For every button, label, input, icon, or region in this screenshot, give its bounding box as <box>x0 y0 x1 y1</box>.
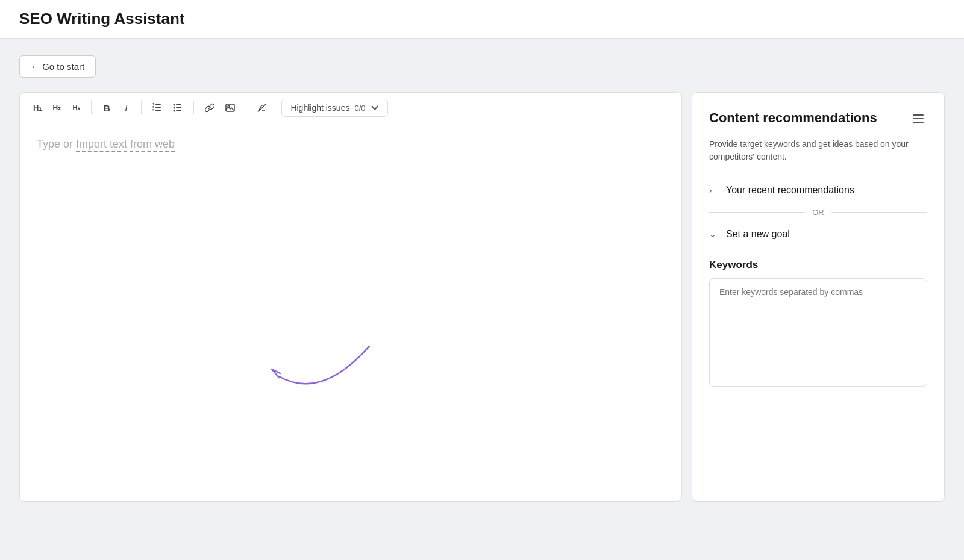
editor-content-area[interactable]: Type or Import text from web <box>20 123 681 485</box>
h3-button[interactable]: H₃ <box>67 99 85 117</box>
page-header: SEO Writing Assistant <box>0 0 964 39</box>
clear-formatting-button[interactable] <box>252 99 272 117</box>
recent-recommendations-row[interactable]: › Your recent recommendations <box>709 178 927 203</box>
link-icon <box>205 103 214 113</box>
list-buttons-group: 1 2 3 <box>148 99 187 117</box>
import-text-link[interactable]: Import text from web <box>76 138 175 152</box>
svg-rect-0 <box>155 104 161 105</box>
unordered-list-button[interactable] <box>168 99 187 117</box>
toolbar: H₁ H₂ H₃ B I 1 <box>20 93 681 123</box>
text-format-group: B I <box>98 99 135 117</box>
chevron-right-icon: › <box>709 185 720 195</box>
image-icon <box>225 103 235 113</box>
panel-menu-button[interactable] <box>909 110 927 131</box>
link-button[interactable] <box>200 99 219 117</box>
keywords-label: Keywords <box>709 259 927 271</box>
svg-text:3: 3 <box>152 108 154 112</box>
clear-formatting-icon <box>257 103 267 113</box>
heading-buttons-group: H₁ H₂ H₃ <box>28 99 85 117</box>
insert-buttons-group <box>200 99 240 117</box>
editor-panel: H₁ H₂ H₃ B I 1 <box>19 92 682 502</box>
ordered-list-icon: 1 2 3 <box>152 103 162 113</box>
toolbar-separator-3 <box>193 101 194 114</box>
highlight-dropdown[interactable]: Highlight issues 0/0 <box>281 99 387 117</box>
svg-rect-9 <box>176 107 181 108</box>
toolbar-separator-4 <box>246 101 246 114</box>
recent-recommendations-label: Your recent recommendations <box>726 185 854 196</box>
set-goal-label: Set a new goal <box>726 229 790 240</box>
page-body: ← Go to start H₁ H₂ H₃ B I <box>0 39 964 518</box>
unordered-list-icon <box>173 103 183 113</box>
placeholder-text: Type or <box>37 138 76 150</box>
go-to-start-button[interactable]: ← Go to start <box>19 55 96 78</box>
svg-rect-11 <box>176 110 181 111</box>
panel-header-row: Content recommendations <box>709 110 927 131</box>
svg-rect-7 <box>176 104 181 105</box>
editor-placeholder: Type or Import text from web <box>37 138 665 151</box>
chevron-down-expand-icon: ⌄ <box>709 229 720 239</box>
image-button[interactable] <box>221 99 240 117</box>
arrow-annotation <box>201 280 405 391</box>
highlight-label: Highlight issues <box>290 103 349 113</box>
keywords-input[interactable] <box>709 278 927 387</box>
chevron-down-icon <box>371 104 379 112</box>
or-divider: OR <box>709 208 927 217</box>
svg-point-8 <box>174 107 175 109</box>
toolbar-separator-2 <box>141 101 142 114</box>
keywords-section: Keywords <box>709 259 927 389</box>
or-text: OR <box>812 208 824 217</box>
svg-point-10 <box>174 110 175 112</box>
highlight-count: 0/0 <box>354 104 365 113</box>
svg-rect-1 <box>155 107 161 108</box>
h2-button[interactable]: H₂ <box>48 99 66 117</box>
panel-title: Content recommendations <box>709 110 877 127</box>
right-panel: Content recommendations Provide target k… <box>692 92 945 502</box>
panel-description: Provide target keywords and get ideas ba… <box>709 138 927 163</box>
svg-rect-2 <box>155 110 161 111</box>
main-layout: H₁ H₂ H₃ B I 1 <box>19 92 945 502</box>
arrow-svg <box>201 280 405 388</box>
svg-line-14 <box>258 104 266 112</box>
svg-point-6 <box>174 104 175 106</box>
page-title: SEO Writing Assistant <box>19 10 945 28</box>
bold-button[interactable]: B <box>98 99 116 117</box>
ordered-list-button[interactable]: 1 2 3 <box>148 99 167 117</box>
set-new-goal-row[interactable]: ⌄ Set a new goal <box>709 222 927 247</box>
italic-button[interactable]: I <box>117 99 135 117</box>
hamburger-menu-icon <box>912 112 925 125</box>
toolbar-separator-1 <box>91 101 92 114</box>
h1-button[interactable]: H₁ <box>28 99 46 117</box>
